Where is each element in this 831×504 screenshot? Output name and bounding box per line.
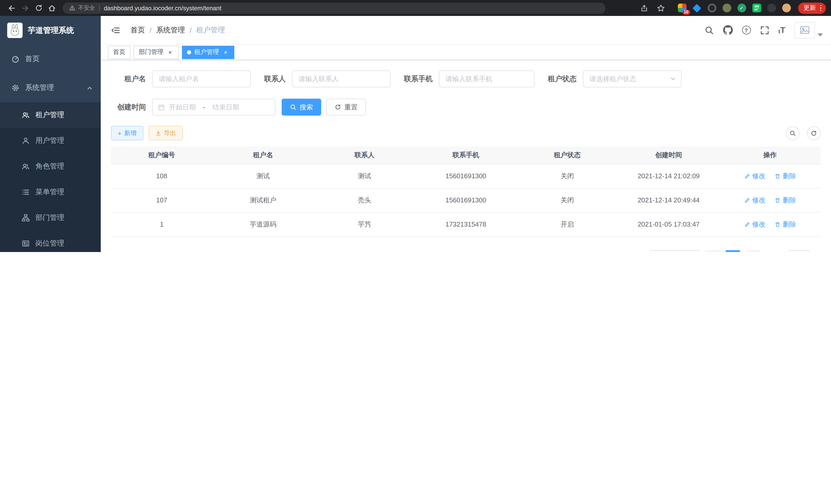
breadcrumb-current: 租户管理 xyxy=(196,25,225,35)
sidebar-item-role[interactable]: 角色管理 xyxy=(0,154,101,179)
page-size-select[interactable]: 10条/页 xyxy=(650,250,700,252)
tab-home[interactable]: 首页 xyxy=(108,46,131,59)
logo-rabbit-image xyxy=(7,23,23,38)
extension-icon-4[interactable] xyxy=(722,4,731,12)
create-time-label: 创建时间 xyxy=(111,102,146,112)
refresh-table-button[interactable] xyxy=(807,126,821,140)
browser-home-button[interactable] xyxy=(45,1,59,14)
extension-icon-6[interactable] xyxy=(752,4,761,12)
page-number-1[interactable]: 1 xyxy=(726,250,740,252)
contact-label: 联系人 xyxy=(264,74,286,84)
browser-menu-icon[interactable] xyxy=(819,5,823,11)
sidebar-item-home[interactable]: 首页 xyxy=(0,45,101,73)
sidebar-item-tenant[interactable]: 租户管理 xyxy=(0,102,101,128)
share-button[interactable] xyxy=(637,1,651,14)
status-label: 租户状态 xyxy=(548,74,577,84)
edit-label: 修改 xyxy=(752,196,766,205)
sidebar-item-user[interactable]: 用户管理 xyxy=(0,128,101,154)
browser-forward-button[interactable] xyxy=(19,1,32,14)
breadcrumb-home[interactable]: 首页 xyxy=(131,25,145,35)
reset-button[interactable]: 重置 xyxy=(326,99,366,116)
table-row: 108 测试 测试 15601691300 关闭 2021-12-14 21:0… xyxy=(111,164,821,188)
browser-update-button[interactable]: 更新 xyxy=(798,2,826,13)
breadcrumb-system[interactable]: 系统管理 xyxy=(156,25,185,35)
help-icon[interactable]: ? xyxy=(742,26,751,34)
address-bar[interactable]: 不安全 dashboard.yudao.iocoder.cn/system/te… xyxy=(63,2,605,13)
cell-tenant-id: 108 xyxy=(111,164,212,188)
font-size-icon[interactable]: tT xyxy=(778,26,785,34)
pagination: 共 3 条 10条/页 1 前往 页 xyxy=(111,250,821,252)
search-icon xyxy=(790,130,796,137)
tenant-table: 租户编号 租户名 联系人 联系手机 租户状态 创建时间 操作 108 测试 xyxy=(111,146,821,237)
contact-input[interactable] xyxy=(292,70,391,87)
extension-icon-5[interactable]: ✓ xyxy=(737,4,746,12)
table-right-tools xyxy=(786,126,821,140)
sidebar-item-label: 租户管理 xyxy=(35,111,64,120)
bookmark-star-button[interactable] xyxy=(654,1,667,14)
browser-reload-button[interactable] xyxy=(32,1,45,14)
next-page-button[interactable] xyxy=(745,250,761,252)
date-range-picker[interactable]: 开始日期 - 结束日期 xyxy=(152,99,276,116)
sidebar-collapse-button[interactable] xyxy=(109,23,122,37)
org-tree-icon xyxy=(22,214,30,222)
edit-label: 修改 xyxy=(752,171,766,181)
mobile-input[interactable] xyxy=(439,70,535,87)
omnibox-divider xyxy=(99,5,100,11)
reset-button-label: 重置 xyxy=(344,102,358,112)
table-header: 租户编号 租户名 联系人 联系手机 租户状态 创建时间 操作 xyxy=(111,146,821,164)
tab-close-icon[interactable]: × xyxy=(222,49,229,56)
edit-link[interactable]: 修改 xyxy=(744,171,766,181)
filter-status: 租户状态 请选择租户状态 xyxy=(548,70,682,87)
add-button[interactable]: + 新增 xyxy=(111,126,143,140)
tab-tenant[interactable]: 租户管理 × xyxy=(182,46,234,59)
post-badge-icon xyxy=(22,239,30,248)
toggle-search-button[interactable] xyxy=(786,126,800,140)
update-label: 更新 xyxy=(803,4,816,12)
filter-tenant-name: 租户名 xyxy=(111,70,251,87)
github-icon[interactable] xyxy=(723,25,733,35)
column-header: 联系人 xyxy=(314,146,415,164)
delete-label: 删除 xyxy=(783,219,796,229)
sidebar-item-label: 首页 xyxy=(25,55,39,64)
cell-tenant-name: 芋道源码 xyxy=(212,212,314,236)
sidebar-item-menu[interactable]: 菜单管理 xyxy=(0,179,101,205)
tab-dept[interactable]: 部门管理 × xyxy=(134,46,179,59)
export-button-label: 导出 xyxy=(164,129,176,138)
app-logo[interactable]: 芋道管理系统 xyxy=(0,16,101,45)
security-label: 不安全 xyxy=(78,4,95,12)
user-menu[interactable] xyxy=(795,22,823,38)
edit-icon xyxy=(744,221,750,227)
extension-icon-2[interactable] xyxy=(692,4,701,12)
browser-back-button[interactable] xyxy=(5,1,19,14)
delete-link[interactable]: 删除 xyxy=(774,219,796,229)
prev-page-button[interactable] xyxy=(705,250,720,252)
sidebar-item-dept[interactable]: 部门管理 xyxy=(0,205,101,231)
extension-icon-1[interactable]: 10 xyxy=(678,4,686,12)
extension-icon-7[interactable] xyxy=(767,4,776,12)
security-warning[interactable]: 不安全 xyxy=(69,4,95,12)
tags-view: 首页 部门管理 × 租户管理 × xyxy=(101,45,831,60)
extension-icon-3[interactable] xyxy=(708,4,716,12)
screen: 不安全 dashboard.yudao.iocoder.cn/system/te… xyxy=(0,0,831,252)
sidebar-item-post[interactable]: 岗位管理 xyxy=(0,231,101,252)
column-header: 联系手机 xyxy=(415,146,517,164)
extensions-area: 10 ✓ xyxy=(678,4,791,12)
tab-label: 租户管理 xyxy=(194,48,219,57)
goto-page-input[interactable] xyxy=(789,250,810,252)
edit-link[interactable]: 修改 xyxy=(744,219,766,229)
status-select[interactable]: 请选择租户状态 xyxy=(583,70,682,87)
export-button[interactable]: 导出 xyxy=(148,126,183,140)
header-search-icon[interactable] xyxy=(704,25,714,35)
cell-status: 关闭 xyxy=(516,188,618,212)
extension-icon-8[interactable] xyxy=(782,4,791,12)
tab-close-icon[interactable]: × xyxy=(167,49,174,56)
tenant-name-input[interactable] xyxy=(152,70,251,87)
search-button[interactable]: 搜索 xyxy=(282,99,321,116)
caret-down-icon xyxy=(818,33,823,36)
fullscreen-icon[interactable] xyxy=(760,25,769,35)
delete-link[interactable]: 删除 xyxy=(774,171,796,181)
edit-link[interactable]: 修改 xyxy=(744,196,766,205)
active-tab-dot xyxy=(187,50,191,54)
sidebar-item-system[interactable]: 系统管理 xyxy=(0,73,101,102)
delete-link[interactable]: 删除 xyxy=(774,196,796,205)
